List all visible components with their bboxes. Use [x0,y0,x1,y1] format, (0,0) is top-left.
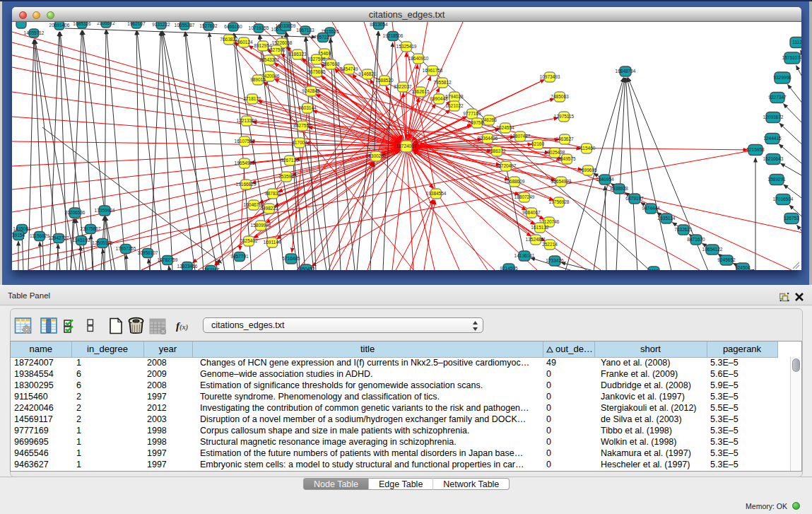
svg-text:9084067: 9084067 [522,210,541,215]
svg-text:17359924: 17359924 [95,208,115,213]
svg-text:19654985: 19654985 [235,160,255,165]
svg-text:1282347: 1282347 [201,267,220,270]
svg-text:10958107: 10958107 [138,250,158,255]
svg-text:23975867: 23975867 [81,226,101,231]
svg-text:6879197: 6879197 [625,196,644,201]
svg-text:15325419: 15325419 [396,44,417,49]
svg-text:8960124: 8960124 [235,40,253,45]
svg-text:887833: 887833 [265,191,281,196]
svg-text:8186323: 8186323 [288,52,307,57]
svg-text:2935114: 2935114 [658,216,676,221]
svg-text:16848794: 16848794 [616,69,636,74]
svg-text:16782759: 16782759 [158,257,178,262]
svg-text:8427552: 8427552 [293,123,312,128]
svg-text:12823466: 12823466 [177,264,198,269]
svg-text:16543362: 16543362 [259,57,280,62]
svg-text:15226058: 15226058 [272,40,293,45]
svg-text:9214505: 9214505 [500,266,518,270]
svg-text:15720407: 15720407 [496,163,517,168]
svg-text:8471670: 8471670 [687,237,705,242]
svg-text:9146821: 9146821 [358,71,377,76]
svg-text:5215958: 5215958 [746,147,765,152]
svg-text:16210643: 16210643 [763,156,784,161]
svg-text:3624554: 3624554 [496,125,514,130]
svg-text:10688609: 10688609 [505,179,525,184]
svg-text:9474444: 9474444 [642,206,660,211]
svg-text:14055712: 14055712 [24,30,45,35]
svg-text:17957255: 17957255 [116,246,136,251]
svg-text:18300295: 18300295 [366,153,387,158]
svg-text:7386372: 7386372 [488,148,506,153]
svg-text:12942737: 12942737 [49,235,69,240]
svg-text:9457791: 9457791 [230,254,249,259]
svg-text:1527602: 1527602 [199,23,218,28]
svg-text:252214: 252214 [542,242,558,247]
svg-text:10807487: 10807487 [510,134,531,139]
svg-text:3675685: 3675685 [307,69,326,74]
svg-text:11156829: 11156829 [30,233,49,238]
svg-text:5716485: 5716485 [282,256,300,261]
svg-text:924504: 924504 [735,265,751,270]
svg-text:10025438: 10025438 [545,150,565,155]
svg-text:1112: 1112 [792,40,801,45]
svg-text:746266: 746266 [481,117,497,122]
svg-text:16033809: 16033809 [276,23,296,28]
svg-text:20364436: 20364436 [478,136,498,141]
svg-text:10655287: 10655287 [175,23,195,28]
svg-text:10719155: 10719155 [249,25,269,30]
svg-text:6794028: 6794028 [445,94,464,99]
svg-text:253594: 253594 [278,174,294,179]
svg-text:19756928: 19756928 [549,199,570,204]
svg-text:2718176: 2718176 [243,96,261,101]
svg-text:9242848: 9242848 [302,88,320,93]
svg-text:12975115: 12975115 [554,114,575,119]
svg-text:62160: 62160 [531,141,544,146]
svg-text:10973493: 10973493 [540,74,560,79]
svg-text:8322037: 8322037 [394,84,412,89]
svg-text:9777169: 9777169 [463,111,481,116]
svg-text:1085326: 1085326 [73,22,91,26]
svg-text:9131222: 9131222 [152,22,170,27]
svg-text:12505135: 12505135 [93,240,113,245]
svg-text:6466160: 6466160 [224,24,242,29]
svg-text:9115460: 9115460 [578,146,596,151]
svg-text:18640910: 18640910 [408,56,429,61]
svg-text:1691144: 1691144 [264,240,281,245]
svg-text:1145193: 1145193 [73,238,90,243]
svg-text:19384554: 19384554 [426,191,447,196]
svg-text:2867608: 2867608 [322,62,340,66]
svg-text:39154: 39154 [12,233,25,238]
svg-text:3498222: 3498222 [260,206,278,211]
svg-text:9699695: 9699695 [579,168,597,173]
svg-text:1244415: 1244415 [763,136,782,141]
svg-text:20206536: 20206536 [65,210,86,215]
svg-text:9327500: 9327500 [267,47,286,52]
svg-text:9463627: 9463627 [555,136,574,141]
svg-text:2849575: 2849575 [558,156,576,161]
svg-text:1050452: 1050452 [297,267,315,270]
svg-text:10654122: 10654122 [702,247,723,252]
svg-text:1588520: 1588520 [375,78,394,83]
svg-text:417004: 417004 [292,140,307,145]
svg-text:15809948: 15809948 [251,223,271,228]
svg-text:7625402: 7625402 [240,238,258,243]
svg-text:16107553: 16107553 [235,139,255,144]
svg-text:1962107: 1962107 [127,22,146,26]
svg-text:7485063: 7485063 [551,94,569,99]
svg-text:12213369: 12213369 [237,118,257,123]
svg-text:2603144: 2603144 [298,105,317,110]
svg-text:1362615: 1362615 [411,89,430,94]
svg-text:9245652: 9245652 [717,257,736,262]
svg-text:8938928: 8938928 [610,186,628,191]
svg-text:3267130: 3267130 [281,158,299,163]
svg-text:20691406: 20691406 [49,23,70,28]
svg-text:8813054: 8813054 [370,22,388,27]
svg-text:15751074: 15751074 [782,55,801,60]
svg-text:14136141: 14136141 [514,253,535,258]
svg-text:7632621: 7632621 [674,227,693,232]
svg-text:9329966: 9329966 [773,75,792,80]
svg-text:13524851: 13524851 [526,237,546,242]
svg-text:1569291: 1569291 [767,177,786,182]
svg-text:7957224: 7957224 [314,35,332,40]
svg-text:18724007: 18724007 [396,144,417,148]
